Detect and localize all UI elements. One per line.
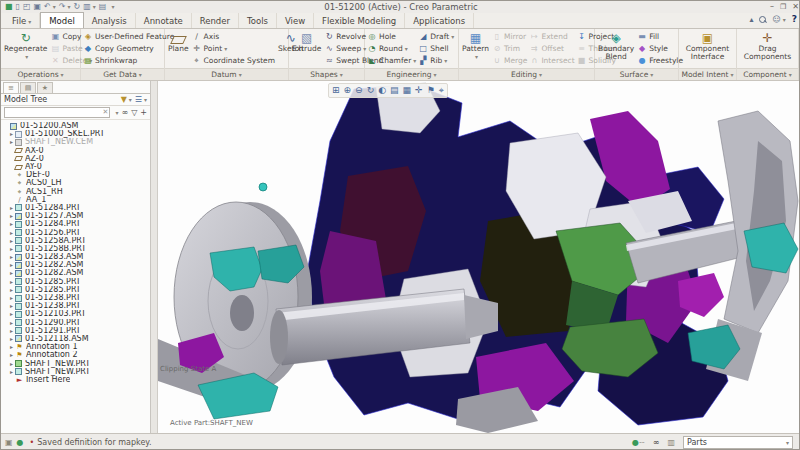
annotation-display-icon[interactable]: ⚑	[427, 85, 435, 96]
merge-button[interactable]: Merge	[492, 55, 527, 67]
tree-item[interactable]: ▸SHAFT_NEW.CEM	[3, 138, 150, 146]
tree-item-label[interactable]: AY-0	[25, 163, 42, 171]
tree-item[interactable]: ▸SHAFT_NEW.PRT	[3, 368, 150, 376]
draft-button[interactable]: Draft	[418, 30, 454, 42]
tree-item-label[interactable]: Annotation 1	[26, 343, 78, 351]
rib-button[interactable]: Rib	[418, 55, 454, 67]
expand-arrow-icon[interactable]: ▸	[8, 204, 15, 212]
panel-resize-handle[interactable]	[151, 81, 158, 433]
search-options-caret-icon[interactable]	[113, 108, 118, 117]
drag-components-button[interactable]: Drag Components	[738, 30, 797, 67]
expand-arrow-icon[interactable]: ▸	[8, 351, 15, 359]
expand-arrow-icon[interactable]: ▸	[8, 229, 15, 237]
tree-item[interactable]: ▸⚑Annotation 1	[3, 343, 150, 351]
tree-item[interactable]: ▸01-51258A.PRT	[3, 237, 150, 245]
tab-render[interactable]: Render	[192, 13, 239, 28]
find-icon[interactable]: ∞	[121, 108, 128, 117]
tree-item[interactable]: ▸01-51284.PRT	[3, 220, 150, 228]
shell-button[interactable]: Shell	[418, 42, 454, 54]
tree-item[interactable]: ▸01-51285.PRT	[3, 278, 150, 286]
tree-item[interactable]: ►Insert Here	[3, 376, 150, 384]
tree-item-label[interactable]: 01-51256.PRT	[25, 229, 81, 237]
3d-model-axle-assembly[interactable]	[158, 81, 800, 433]
tree-item-label[interactable]: 01-51285.PRT	[25, 286, 81, 294]
user-defined-feature-button[interactable]: User-Defined Feature	[83, 30, 174, 42]
restore-button[interactable]	[780, 2, 786, 12]
zoom-in-icon[interactable]: ⊕	[344, 85, 352, 96]
expand-arrow-icon[interactable]: ▸	[8, 212, 15, 220]
tree-item[interactable]: ▸01-51291.PRT	[3, 327, 150, 335]
tree-search-input[interactable]	[4, 107, 110, 118]
tab-flexible-modeling[interactable]: Flexible Modeling	[314, 13, 405, 28]
tree-item-label[interactable]: 01-51284.PRT	[25, 220, 81, 228]
connect-icon[interactable]: ●	[17, 438, 24, 447]
group-label-surface[interactable]: Surface	[595, 68, 678, 80]
repaint-icon[interactable]: ↻	[367, 85, 375, 96]
tree-item-label[interactable]: 01-51200.ASM	[20, 122, 79, 130]
tree-item[interactable]: 01-51200.ASM	[3, 122, 150, 130]
folder-browser-tab[interactable]: ▤	[20, 82, 36, 93]
expand-arrow-icon[interactable]: ▸	[8, 335, 15, 343]
saved-views-icon[interactable]: ▤	[390, 85, 399, 96]
tree-item-label[interactable]: AX-0	[25, 147, 44, 155]
tree-item-label[interactable]: AA_1	[26, 196, 46, 204]
tree-item[interactable]: ▸01-51238.PRT	[3, 302, 150, 310]
expand-arrow-icon[interactable]: ▸	[8, 245, 15, 253]
tab-view[interactable]: View	[277, 13, 314, 28]
tree-item-label[interactable]: 01-51258B.PRT	[25, 245, 86, 253]
expand-arrow-icon[interactable]: ▸	[8, 130, 15, 138]
tree-item[interactable]: ▸01-51283.ASM	[3, 253, 150, 261]
mirror-button[interactable]: Mirror	[492, 30, 527, 42]
expand-arrow-icon[interactable]: ▸	[8, 286, 15, 294]
spin-center-icon[interactable]: ⌖	[439, 85, 444, 96]
expand-arrow-icon[interactable]: ▸	[8, 310, 15, 318]
expand-arrow-icon[interactable]: ▸	[8, 319, 15, 327]
clear-search-icon[interactable]	[103, 108, 109, 116]
pattern-button[interactable]: Pattern	[460, 30, 491, 67]
axis-button[interactable]: Axis	[192, 30, 275, 42]
tab-analysis[interactable]: Analysis	[84, 13, 136, 28]
tree-item-label[interactable]: SHAFT_NEW.PRT	[25, 368, 90, 376]
expand-arrow-icon[interactable]: ▸	[8, 343, 15, 351]
offset-button[interactable]: Offset	[529, 42, 574, 54]
tree-item-label[interactable]: 01-51291.PRT	[25, 327, 81, 335]
datum-display-icon[interactable]: ✛	[415, 85, 423, 96]
tree-item-label[interactable]: 01-51290.PRT	[25, 319, 81, 327]
coordinate-system-button[interactable]: Coordinate System	[192, 55, 275, 67]
graphics-viewport[interactable]: ⊞⊕⊖↻◐▤▦✛⚑⌖ Clipping State A Active Part:…	[158, 81, 800, 433]
tree-item[interactable]: ▸01-51000_SKEL.PRT	[3, 130, 150, 138]
filter-icon[interactable]: ▽	[131, 108, 137, 117]
tree-item-label[interactable]: 01-51282.ASM	[25, 261, 84, 269]
group-label-shapes[interactable]: Shapes	[289, 68, 364, 80]
model-tree-tab[interactable]: ≡	[3, 82, 19, 93]
zoom-out-icon[interactable]: ⊖	[355, 85, 363, 96]
close-button[interactable]	[792, 2, 799, 12]
tree-item[interactable]: ▸01-51258B.PRT	[3, 245, 150, 253]
zoom-fit-icon[interactable]: ⊞	[332, 85, 340, 96]
tree-item-label[interactable]: 01-51285.PRT	[25, 278, 81, 286]
tree-item-label[interactable]: Insert Here	[26, 376, 70, 384]
tree-item-label[interactable]: ACS0_LH	[26, 179, 62, 187]
group-label-operations[interactable]: Operations	[1, 68, 80, 80]
feedback-icon[interactable]: ▣	[5, 438, 13, 447]
fill-button[interactable]: Fill	[637, 30, 683, 42]
tree-item-label[interactable]: 01-51238.PRT	[25, 302, 81, 310]
tree-item-label[interactable]: Annotation 2	[26, 351, 78, 359]
tab-file[interactable]: File	[4, 13, 40, 28]
group-label-get-data[interactable]: Get Data	[81, 68, 164, 80]
display-style-icon[interactable]: ◐	[378, 85, 386, 96]
expand-arrow-icon[interactable]: ▸	[8, 302, 15, 310]
tree-item[interactable]: ▸01-512118.ASM	[3, 335, 150, 343]
find-in-model-icon[interactable]: ∞	[653, 438, 660, 447]
window-cascade-icon[interactable]: ▥	[667, 438, 675, 447]
tree-item[interactable]: ▸01-51256.PRT	[3, 228, 150, 236]
search-icon[interactable]	[759, 16, 766, 23]
tree-item-label[interactable]: 01-51000_SKEL.PRT	[25, 130, 105, 138]
freestyle-button[interactable]: Freestyle	[637, 55, 683, 67]
user-account-icon[interactable]: ☺	[772, 15, 785, 24]
tree-item-label[interactable]: ACS1_RH	[26, 188, 63, 196]
minimize-button[interactable]	[770, 2, 774, 12]
point-button[interactable]: Point	[192, 42, 275, 54]
expand-arrow-icon[interactable]: ▸	[8, 278, 15, 286]
tree-item[interactable]: AZ-0	[3, 155, 150, 163]
